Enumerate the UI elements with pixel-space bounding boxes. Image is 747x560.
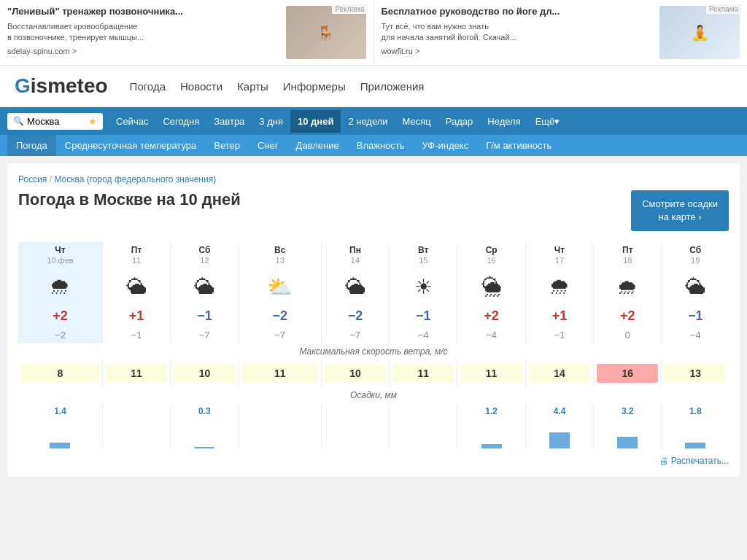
day-header-8: Пт 18 — [594, 242, 662, 268]
temp-high-3: −2 — [239, 306, 321, 327]
ad-label-2: Реклама — [706, 4, 741, 14]
precip-bar-5 — [390, 419, 457, 448]
weather-icon-6: 🌦 — [457, 268, 525, 306]
day-header-5: Вт 15 — [390, 242, 457, 268]
subnav-temp[interactable]: Среднесуточная температура — [56, 135, 205, 156]
nav-informery[interactable]: Информеры — [283, 80, 346, 93]
precip-val-3 — [239, 403, 321, 419]
temp-high-5: −1 — [390, 306, 457, 327]
content: Россия / Москва (город федерального знач… — [7, 163, 740, 477]
ad-label-1: Реклама — [332, 4, 367, 14]
search-box[interactable]: 🔍 ★ — [7, 113, 103, 130]
weather-icon-7: 🌨 — [525, 268, 593, 306]
wind-cell-6: 11 — [457, 359, 525, 387]
day-header-6: Ср 16 — [457, 242, 525, 268]
search-icon: 🔍 — [13, 116, 24, 126]
star-icon[interactable]: ★ — [88, 116, 97, 127]
logo-rest: ismeteo — [31, 74, 108, 97]
weather-icon-9: 🌥 — [662, 268, 729, 306]
temp-low-5: −4 — [390, 327, 457, 343]
subnav-pogoda[interactable]: Погода — [7, 135, 56, 156]
ad-link-2[interactable]: wowfit.ru > — [382, 47, 654, 55]
ad-banner: Реклама "Ленивый" тренажер позвоночника.… — [0, 0, 747, 66]
day-header-9: Сб 19 — [662, 242, 729, 268]
page-title-row: Погода в Москве на 10 дней Смотрите осад… — [18, 190, 729, 231]
temp-high-7: +1 — [525, 306, 593, 327]
precip-val-9: 1.8 — [662, 403, 729, 419]
time-radar[interactable]: Радар — [438, 110, 481, 133]
weather-icon-2: 🌥 — [171, 268, 239, 306]
temp-low-3: −7 — [239, 327, 321, 343]
main-nav: Погода Новости Карты Информеры Приложени… — [130, 80, 425, 93]
precip-bar-6 — [457, 419, 525, 448]
time-week[interactable]: Неделя — [480, 110, 527, 133]
time-zavtra[interactable]: Завтра — [206, 110, 252, 133]
subnav-snow[interactable]: Снег — [249, 135, 287, 156]
precip-val-0: 1.4 — [18, 403, 102, 419]
ad-title-2: Бесплатное руководство по йоге дл... — [382, 6, 654, 18]
ad-title-1: "Ленивый" тренажер позвоночника... — [7, 6, 280, 18]
precip-val-2: 0.3 — [171, 403, 239, 419]
weather-icon-4: 🌥 — [321, 268, 389, 306]
temp-high-0: +2 — [18, 306, 102, 327]
weather-icon-3: ⛅ — [239, 268, 321, 306]
time-3days[interactable]: 3 дня — [252, 110, 290, 133]
precip-bar-9 — [662, 419, 729, 448]
breadcrumb-moscow[interactable]: Москва (город федерального значения) — [54, 174, 216, 184]
breadcrumb: Россия / Москва (город федерального знач… — [18, 174, 729, 184]
nav-prilozeniya[interactable]: Приложения — [360, 80, 425, 93]
time-10days[interactable]: 10 дней — [290, 110, 341, 133]
nav-pogoda[interactable]: Погода — [130, 80, 166, 93]
day-header-2: Сб 12 — [171, 242, 239, 268]
temp-high-6: +2 — [457, 306, 525, 327]
weather-icon-8: 🌧 — [594, 268, 662, 306]
subnav-humidity[interactable]: Влажность — [348, 135, 414, 156]
time-segodnya[interactable]: Сегодня — [155, 110, 206, 133]
site-header: Gismeteo Погода Новости Карты Информеры … — [0, 66, 747, 107]
temp-low-1: −1 — [102, 327, 170, 343]
ad-item-2[interactable]: Реклама Бесплатное руководство по йоге д… — [374, 0, 748, 65]
logo-g: G — [15, 74, 31, 97]
precip-val-5 — [390, 403, 457, 419]
subnav-uv[interactable]: УФ-индекс — [414, 135, 478, 156]
logo[interactable]: Gismeteo — [15, 74, 108, 98]
subnav-wind[interactable]: Ветер — [205, 135, 249, 156]
weather-table: Чт 10 фев Пт 11 Сб 12 Вс 13 Пн 14 Вт 15 … — [18, 242, 729, 448]
breadcrumb-russia[interactable]: Россия — [18, 174, 47, 184]
temp-low-2: −7 — [171, 327, 239, 343]
temp-high-1: +1 — [102, 306, 170, 327]
time-more[interactable]: Ещё▾ — [528, 110, 568, 133]
temp-low-0: −2 — [18, 327, 102, 343]
ad-item-1[interactable]: Реклама "Ленивый" тренажер позвоночника.… — [0, 0, 374, 65]
temp-low-6: −4 — [457, 327, 525, 343]
precip-bar-4 — [321, 419, 389, 448]
blue-nav: 🔍 ★ Сейчас Сегодня Завтра 3 дня 10 дней … — [0, 107, 747, 135]
precip-bar-1 — [102, 419, 170, 448]
day-header-1: Пт 11 — [102, 242, 170, 268]
nav-karty[interactable]: Карты — [237, 80, 268, 93]
temp-high-9: −1 — [662, 306, 729, 327]
time-month[interactable]: Месяц — [395, 110, 438, 133]
time-2weeks[interactable]: 2 недели — [341, 110, 395, 133]
wind-cell-8: 16 — [594, 359, 662, 387]
day-header-7: Чт 17 — [525, 242, 593, 268]
nav-novosti[interactable]: Новости — [180, 80, 222, 93]
wind-section-label: Максимальная скорость ветра, м/с — [18, 343, 729, 359]
wind-cell-4: 10 — [321, 359, 389, 387]
subnav-pressure[interactable]: Давление — [287, 135, 348, 156]
page-title: Погода в Москве на 10 дней — [18, 190, 241, 209]
weather-icon-5: ☀ — [390, 268, 457, 306]
wind-cell-9: 13 — [662, 359, 729, 387]
precip-section-label: Осадки, мм — [18, 387, 729, 403]
time-seichas[interactable]: Сейчас — [109, 110, 155, 133]
temp-low-9: −4 — [662, 327, 729, 343]
print-link[interactable]: 🖨 Распечатать... — [659, 456, 729, 466]
subnav-geo[interactable]: Г/м активность — [477, 135, 560, 156]
search-input[interactable] — [27, 116, 85, 127]
precip-val-7: 4.4 — [525, 403, 593, 419]
ad-desc-2: Тут всё, что вам нужно знатьдля начала з… — [382, 21, 654, 44]
precip-val-6: 1.2 — [457, 403, 525, 419]
rain-map-button[interactable]: Смотрите осадкина карте › — [631, 190, 729, 231]
wind-cell-5: 11 — [390, 359, 457, 387]
ad-link-1[interactable]: sdelay-spinu.com > — [7, 47, 280, 55]
